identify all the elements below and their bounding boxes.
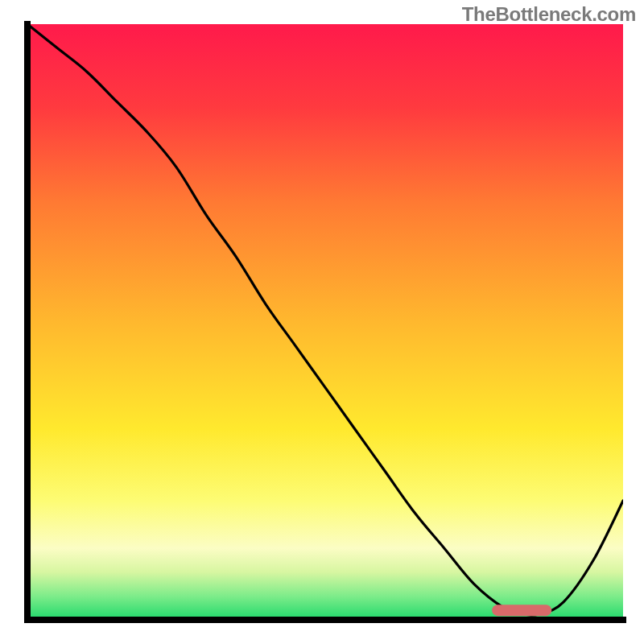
gradient-background bbox=[27, 24, 623, 620]
watermark-text: TheBottleneck.com bbox=[462, 3, 636, 26]
optimal-range-marker bbox=[492, 605, 551, 616]
bottleneck-chart bbox=[0, 0, 644, 644]
chart-container: TheBottleneck.com bbox=[0, 0, 644, 644]
